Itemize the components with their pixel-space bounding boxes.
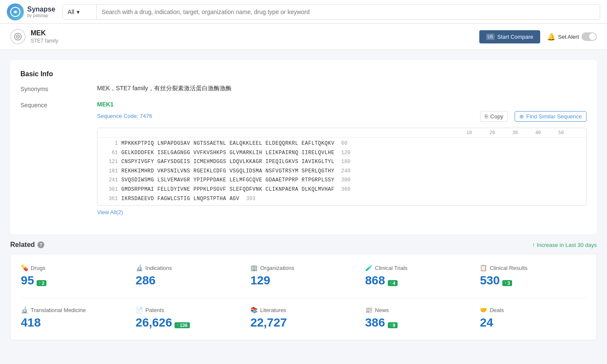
seq-row-end: 180 xyxy=(341,158,351,167)
alert-toggle[interactable] xyxy=(581,32,597,41)
target-names: MEK STE7 family xyxy=(31,29,58,44)
sequence-name: MEK1 xyxy=(97,101,587,108)
stat-value: 386 ↑9 xyxy=(365,316,472,330)
stat-label: Drugs xyxy=(31,265,46,271)
stat-header: 📚 Literatures xyxy=(250,307,357,313)
synonyms-row: Synonyms MEK，STE7 family，有丝分裂素激活蛋白激酶激酶 xyxy=(20,85,587,92)
stat-label: Clinical Trials xyxy=(375,265,408,271)
stat-value: 95 ↑2 xyxy=(21,274,127,287)
seq-row-number: 1 xyxy=(103,139,118,149)
seq-row-number: 241 xyxy=(103,176,118,185)
stat-item[interactable]: 📋 Clinical Results 530 ↑3 xyxy=(480,264,586,287)
stat-type-icon: 🔬 xyxy=(21,307,28,313)
stat-item[interactable]: 💊 Drugs 95 ↑2 xyxy=(21,264,127,287)
find-similar-label: Find Similar Sequence xyxy=(526,113,582,120)
related-section: Related ? ↑ Increase in Last 30 days 💊 D… xyxy=(10,241,597,340)
target-name: MEK xyxy=(31,29,58,37)
stat-header: 💊 Drugs xyxy=(21,264,127,271)
find-similar-button[interactable]: ⊕ Find Similar Sequence xyxy=(515,111,587,122)
seq-row-data: CNSPYIVGFY GAFYSDGEIS ICMEHMDGGS LDQVLKK… xyxy=(121,158,335,167)
sequence-ruler: 10 20 30 40 50 xyxy=(97,128,586,138)
sequence-row-item: 181 REKHKIMHRD VKPSNILVNS RGEIKLCDFG VSG… xyxy=(103,167,581,176)
stat-item[interactable]: 📰 News 386 ↑9 xyxy=(365,307,472,330)
stat-item[interactable]: 🔬 Translational Medicine 418 xyxy=(21,307,127,330)
stat-item[interactable]: 📄 Patents 26,626 ↑136 xyxy=(136,307,242,330)
stat-header: 🔬 Indications xyxy=(136,264,242,271)
sequence-row-item: 61 GELKDDDFEK ISELGAGNGG VVFKVSHKPS GLVM… xyxy=(103,149,581,158)
target-info: MEK STE7 family xyxy=(10,29,58,44)
related-header: Related ? ↑ Increase in Last 30 days xyxy=(10,241,597,249)
main-content: Basic Info Synonyms MEK，STE7 family，有丝分裂… xyxy=(0,50,607,363)
stat-number: 26,626 xyxy=(136,316,172,330)
related-info-icon[interactable]: ? xyxy=(37,241,44,248)
sequence-row-item: 301 GMDSRPPMAI FELLDYIVNE PPPKLPSGVF SLE… xyxy=(103,185,581,195)
search-type-select[interactable]: All ▾ xyxy=(63,5,97,19)
seq-row-end: 393 xyxy=(246,195,255,204)
sequence-data[interactable]: 1 MPKKKPTPIQ LNPAPDGSAV NGTSSAETNL EALQK… xyxy=(97,138,586,205)
seq-row-data: REKHKIMHRD VKPSNILVNS RGEIKLCDFG VSGQLID… xyxy=(121,167,335,176)
stat-header: 📄 Patents xyxy=(136,307,242,313)
search-bar: All ▾ xyxy=(62,4,600,20)
set-alert-button[interactable]: 🔔 Set Alert xyxy=(547,32,597,41)
related-title: Related ? xyxy=(10,241,44,249)
stat-value: 26,626 ↑136 xyxy=(136,316,242,330)
seq-row-data: SVQSDIWSMG LSLVEMAVGR YPIPPPDAKE LELMFGC… xyxy=(121,176,335,185)
stat-header: 📋 Clinical Results xyxy=(480,264,586,271)
stat-number: 24 xyxy=(480,316,493,330)
ruler-mark-50: 50 xyxy=(550,130,573,135)
stat-item[interactable]: 📚 Literatures 22,727 xyxy=(250,307,357,330)
stat-item[interactable]: 🔬 Indications 286 xyxy=(136,264,242,287)
view-all-link[interactable]: View All(2) xyxy=(97,209,123,215)
related-grid-row2: 🔬 Translational Medicine 418 📄 Patents 2… xyxy=(21,307,586,330)
sequence-row-item: 1 MPKKKPTPIQ LNPAPDGSAV NGTSSAETNL EALQK… xyxy=(103,139,581,149)
badge-arrow-icon: ↑ xyxy=(39,281,41,285)
alert-icon: 🔔 xyxy=(547,33,555,41)
stat-header: 🤝 Deals xyxy=(480,307,586,313)
sequence-row-item: 241 SVQSDIWSMG LSLVEMAVGR YPIPPPDAKE LEL… xyxy=(103,176,581,185)
related-card: 💊 Drugs 95 ↑2 🔬 Indications 286 🏢 Organi… xyxy=(10,254,597,340)
increase-label-text: Increase in Last 30 days xyxy=(537,242,597,248)
stat-type-icon: 🧪 xyxy=(365,264,372,271)
seq-row-data: GMDSRPPMAI FELLDYIVNE PPPKLPSGVF SLEFQDF… xyxy=(121,185,335,195)
badge-arrow-icon: ↑ xyxy=(177,323,179,327)
increase-label: ↑ Increase in Last 30 days xyxy=(532,241,597,248)
stat-badge: ↑136 xyxy=(175,322,189,328)
seq-row-end: 120 xyxy=(341,149,351,158)
sequence-content: MEK1 Sequence Code: 7476 ⎘ Copy ⊕ Find S… xyxy=(97,101,587,215)
logo-icon xyxy=(7,3,24,20)
stat-badge: ↑3 xyxy=(502,280,512,286)
stat-value: 24 xyxy=(480,316,586,330)
stat-type-icon: 📰 xyxy=(365,307,372,313)
stat-value: 868 ↑4 xyxy=(365,274,472,287)
stat-number: 286 xyxy=(136,274,156,287)
seq-row-number: 181 xyxy=(103,167,118,176)
stat-type-icon: 📚 xyxy=(250,307,258,313)
badge-arrow-icon: ↑ xyxy=(390,323,392,327)
stat-label: Patents xyxy=(146,307,164,313)
seq-row-end: 240 xyxy=(341,167,351,176)
start-compare-button[interactable]: U5 Start Compare xyxy=(479,30,540,43)
stat-item[interactable]: 🧪 Clinical Trials 868 ↑4 xyxy=(365,264,472,287)
copy-label: Copy xyxy=(490,113,503,120)
related-title-text: Related xyxy=(10,241,35,249)
seq-row-number: 361 xyxy=(103,195,118,204)
seq-row-end: 300 xyxy=(341,176,351,185)
copy-icon: ⎘ xyxy=(485,113,488,120)
related-grid-row1: 💊 Drugs 95 ↑2 🔬 Indications 286 🏢 Organi… xyxy=(21,264,586,287)
stat-item[interactable]: 🤝 Deals 24 xyxy=(480,307,586,330)
search-input[interactable] xyxy=(97,5,600,19)
stat-value: 418 xyxy=(21,316,127,330)
seq-row-number: 121 xyxy=(103,158,118,167)
stat-type-icon: 🏢 xyxy=(250,264,258,271)
stat-label: Clinical Results xyxy=(490,265,527,271)
copy-button[interactable]: ⎘ Copy xyxy=(480,111,508,122)
stat-value: 286 xyxy=(136,274,242,287)
ruler-mark-30: 30 xyxy=(504,130,527,135)
alert-label: Set Alert xyxy=(558,34,579,40)
synonyms-value: MEK，STE7 family，有丝分裂素激活蛋白激酶激酶 xyxy=(97,85,587,92)
chevron-down-icon: ▾ xyxy=(77,9,80,15)
stat-item[interactable]: 🏢 Organizations 129 xyxy=(250,264,357,287)
stat-label: Deals xyxy=(490,307,504,313)
sequence-row-item: 121 CNSPYIVGFY GAFYSDGEIS ICMEHMDGGS LDQ… xyxy=(103,158,581,167)
stat-number: 868 xyxy=(365,274,385,287)
